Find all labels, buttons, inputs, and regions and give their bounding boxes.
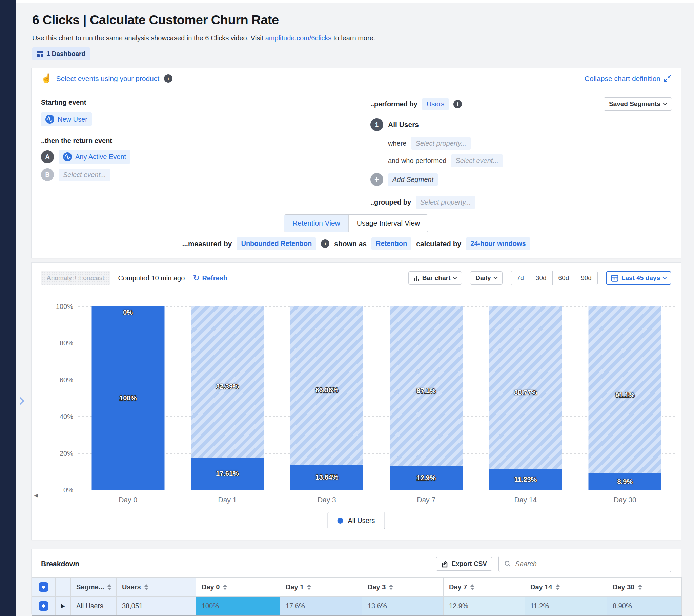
y-axis-tick: 0% (43, 486, 73, 494)
churn-segment[interactable] (390, 306, 462, 466)
who-performed-event-input[interactable]: Select event... (451, 154, 503, 167)
sort-icon[interactable] (638, 584, 642, 590)
column-header-day-3[interactable]: Day 3 (362, 578, 443, 597)
chart-legend[interactable]: All Users (327, 512, 385, 529)
expand-sidebar-chevron-icon[interactable] (17, 397, 24, 405)
info-icon[interactable]: i (164, 74, 172, 82)
export-csv-button[interactable]: Export CSV (436, 557, 492, 571)
x-axis-label: Day 3 (277, 496, 377, 504)
return-event-name: Any Active Event (75, 153, 126, 161)
subtitle-text: Use this chart to run the same analysis … (32, 34, 265, 42)
collapse-arrows-icon (663, 75, 671, 82)
amplitude-chart-page: 6 Clicks | Calculate Customer Churn Rate… (0, 0, 694, 616)
value-cell[interactable]: 8.90% (607, 597, 682, 616)
retention-value-label: 8.9% (576, 478, 675, 486)
range-button-60d[interactable]: 60d (553, 271, 576, 285)
export-csv-label: Export CSV (451, 560, 487, 567)
bar-day-3[interactable]: 13.64%86.36% (277, 306, 377, 490)
chart-toolbar: Anomaly + Forecast Computed 10 min ago ↻… (41, 271, 671, 285)
select-events-link[interactable]: ☝ Select events using your product (41, 73, 159, 83)
value-cell[interactable]: 12.9% (443, 597, 525, 616)
date-range-label: Last 45 days (621, 274, 660, 282)
where-label: where (388, 139, 406, 147)
column-header-users[interactable]: Users (116, 578, 196, 597)
column-header-day-7[interactable]: Day 7 (443, 578, 525, 597)
column-header-day-0[interactable]: Day 0 (196, 578, 280, 597)
value-cell[interactable]: 100% (196, 597, 280, 616)
info-icon[interactable]: i (321, 239, 329, 248)
left-nav-rail (0, 0, 16, 616)
bar-day-0[interactable]: 100%0% (78, 306, 178, 490)
collapse-chart-definition-link[interactable]: Collapse chart definition (585, 75, 671, 82)
range-button-90d[interactable]: 90d (575, 271, 598, 285)
sort-icon[interactable] (389, 584, 393, 590)
date-range-dropdown[interactable]: Last 45 days (606, 271, 671, 285)
starting-event-chip[interactable]: New User (41, 112, 92, 126)
value-cell[interactable]: 11.2% (525, 597, 607, 616)
breakdown-header-row: Segme...UsersDay 0Day 1Day 3Day 7Day 14D… (32, 578, 682, 597)
where-property-input[interactable]: Select property... (411, 137, 471, 150)
column-header-segme-[interactable]: Segme... (71, 578, 116, 597)
tab-usage-interval-view[interactable]: Usage Interval View (349, 215, 428, 231)
value-cell[interactable]: 13.6% (362, 597, 443, 616)
subtitle-link[interactable]: amplitude.com/6clicks (265, 34, 332, 42)
calculated-by-chip[interactable]: 24-hour windows (466, 237, 530, 250)
y-axis-tick: 80% (43, 339, 73, 347)
bar-day-1[interactable]: 17.61%82.39% (178, 306, 277, 490)
anomaly-forecast-button[interactable]: Anomaly + Forecast (41, 271, 110, 285)
column-header-day-14[interactable]: Day 14 (525, 578, 607, 597)
interval-dropdown[interactable]: Daily (470, 271, 502, 285)
dashboard-count-badge[interactable]: 1 Dashboard (32, 48, 90, 60)
sort-icon[interactable] (470, 584, 474, 590)
bar-day-7[interactable]: 12.9%87.1% (377, 306, 476, 490)
grouped-by-property-input[interactable]: Select property... (416, 196, 475, 209)
plus-icon[interactable]: + (370, 173, 383, 186)
row-expander-icon[interactable]: ▶ (61, 603, 65, 609)
column-header-day-1[interactable]: Day 1 (280, 578, 362, 597)
return-event-label: ..then the return event (41, 137, 353, 145)
column-header-day-30[interactable]: Day 30 (607, 578, 682, 597)
value-cell[interactable]: 17.6% (280, 597, 362, 616)
x-axis-label: Day 30 (576, 496, 675, 504)
saved-segments-button[interactable]: Saved Segments (604, 97, 672, 111)
sort-icon[interactable] (307, 584, 311, 590)
chart-panel: Anomaly + Forecast Computed 10 min ago ↻… (31, 262, 681, 540)
sort-icon[interactable] (107, 584, 111, 590)
who-performed-label: and who performed (388, 157, 446, 165)
select-event-b-input[interactable]: Select event... (59, 169, 110, 181)
tab-retention-view[interactable]: Retention View (284, 215, 349, 231)
dashboard-badge-label: 1 Dashboard (47, 50, 86, 58)
refresh-button[interactable]: ↻ Refresh (193, 273, 227, 283)
sort-icon[interactable] (144, 584, 148, 590)
info-icon[interactable]: i (453, 100, 462, 108)
measured-by-chip[interactable]: Unbounded Retention (237, 237, 316, 250)
range-button-7d[interactable]: 7d (511, 271, 530, 285)
chart-type-dropdown[interactable]: Bar chart (408, 271, 462, 285)
select-all-checkbox[interactable] (39, 582, 48, 592)
collapse-panel-handle[interactable]: ◀ (32, 486, 40, 505)
row-checkbox[interactable] (39, 601, 48, 611)
amplitude-logo-icon (45, 115, 54, 124)
bar-chart-icon (414, 275, 419, 281)
churn-value-label: 0% (78, 309, 178, 316)
add-segment-button[interactable]: Add Segment (388, 173, 438, 186)
churn-segment[interactable] (290, 306, 363, 465)
sort-icon[interactable] (556, 584, 560, 590)
bar-day-14[interactable]: 11.23%88.77% (476, 306, 575, 490)
churn-segment[interactable] (489, 306, 562, 469)
range-button-30d[interactable]: 30d (530, 271, 553, 285)
churn-segment[interactable] (191, 306, 263, 458)
segment-name: All Users (388, 120, 419, 129)
churn-segment[interactable] (589, 306, 661, 473)
search-box[interactable] (498, 556, 671, 572)
y-axis-tick: 100% (43, 303, 73, 311)
bar-day-30[interactable]: 8.9%91.1% (576, 306, 675, 490)
interval-label: Daily (475, 274, 491, 282)
search-input[interactable] (515, 560, 666, 568)
shown-as-chip[interactable]: Retention (371, 237, 412, 250)
sort-icon[interactable] (223, 584, 227, 590)
segment-cell: All Users (71, 597, 116, 616)
return-event-chip[interactable]: Any Active Event (59, 150, 130, 164)
chevron-down-icon (493, 275, 498, 279)
performed-by-chip[interactable]: Users (422, 98, 449, 110)
